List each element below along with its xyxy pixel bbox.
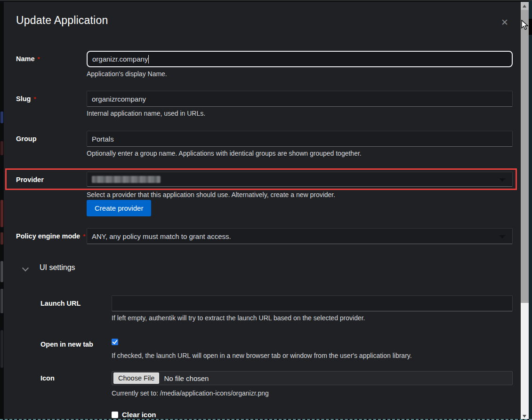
create-provider-button[interactable]: Create provider (87, 200, 151, 216)
provider-select[interactable] (87, 172, 513, 187)
background-blob (0, 261, 3, 282)
policy-engine-mode-label: Policy engine mode (16, 232, 80, 240)
required-marker: * (33, 95, 36, 103)
update-application-modal: Update Application ✕ Name* organizr.comp… (4, 2, 521, 420)
choose-file-button[interactable]: Choose File (113, 372, 159, 384)
form-row-icon: Icon Choose File No file chosen Currentl… (40, 371, 513, 397)
background-blob (0, 232, 3, 245)
slug-label: Slug (16, 95, 31, 103)
launch-url-label: Launch URL (40, 300, 81, 307)
form-row-open-in-new-tab: Open in new tab If checked, the launch U… (40, 337, 513, 359)
arrow-down-icon (523, 415, 526, 418)
clear-icon-label: Clear icon (122, 411, 156, 419)
scrollbar-thumb[interactable] (521, 10, 529, 303)
provider-label: Provider (16, 176, 44, 183)
form-row-clear-icon: Clear icon (40, 410, 513, 419)
icon-file-input[interactable]: Choose File No file chosen (112, 371, 513, 385)
background-page-edge (0, 1, 4, 420)
file-status-text: No file chosen (164, 374, 209, 382)
form-row-provider: Provider Select a provider that this app… (16, 172, 513, 198)
chevron-down-icon (499, 178, 506, 182)
slug-help: Internal application name, used in URLs. (87, 110, 513, 117)
redacted-provider-value (92, 176, 161, 183)
launch-url-input[interactable] (112, 295, 513, 311)
close-icon[interactable]: ✕ (498, 16, 511, 29)
name-label: Name (16, 55, 35, 63)
open-in-new-tab-checkbox[interactable] (112, 339, 118, 345)
scrollbar-up-button[interactable] (521, 2, 529, 10)
name-input-value: organizr.company (92, 55, 148, 63)
open-in-new-tab-help: If checked, the launch URL will open in … (112, 352, 513, 359)
background-blob (0, 200, 3, 227)
launch-url-help: If left empty, authentik will try to ext… (112, 314, 513, 322)
provider-help: Select a provider that this application … (87, 191, 513, 198)
name-input[interactable]: organizr.company (87, 51, 513, 67)
icon-help: Currently set to: /media/application-ico… (112, 389, 513, 397)
text-cursor (148, 55, 149, 63)
group-input-value: Portals (92, 135, 114, 143)
policy-engine-mode-value: ANY, any policy must match to grant acce… (92, 232, 231, 240)
ui-settings-section-label: UI settings (40, 263, 75, 272)
scrollbar-down-button[interactable] (521, 412, 529, 420)
ui-settings-section-toggle[interactable]: UI settings (23, 263, 75, 272)
clear-icon-checkbox[interactable] (112, 412, 118, 418)
page-scrollbar[interactable] (521, 2, 529, 420)
background-blob (0, 289, 3, 313)
icon-label: Icon (40, 374, 55, 382)
group-input[interactable]: Portals (87, 131, 513, 147)
slug-input[interactable]: organizrcompany (87, 91, 513, 107)
slug-input-value: organizrcompany (92, 95, 146, 103)
chevron-down-icon (23, 265, 28, 270)
form-row-policy-engine-mode: Policy engine mode* ANY, any policy must… (16, 228, 513, 244)
group-label: Group (16, 135, 37, 143)
arrow-up-icon (523, 5, 526, 8)
form-row-launch-url: Launch URL If left empty, authentik will… (40, 295, 513, 322)
open-in-new-tab-label: Open in new tab (40, 341, 93, 348)
policy-engine-mode-select[interactable]: ANY, any policy must match to grant acce… (87, 228, 513, 244)
group-help: Optionally enter a group name. Applicati… (87, 150, 513, 157)
background-blob (0, 330, 3, 368)
modal-title: Update Application (16, 14, 108, 27)
form-row-name: Name* organizr.company Application's dis… (16, 51, 513, 78)
background-blob (0, 141, 3, 155)
screenshot-right-edge (529, 1, 532, 420)
chevron-down-icon (499, 235, 506, 238)
name-help: Application's display Name. (87, 70, 513, 78)
screenshot-frame: Update Application ✕ Name* organizr.comp… (0, 0, 532, 420)
required-marker: * (38, 55, 40, 63)
background-blob (0, 111, 3, 123)
edge-notch (529, 19, 532, 35)
form-row-group: Group Portals Optionally enter a group n… (16, 131, 513, 157)
form-row-slug: Slug* organizrcompany Internal applicati… (16, 91, 513, 117)
required-marker: * (83, 233, 85, 240)
